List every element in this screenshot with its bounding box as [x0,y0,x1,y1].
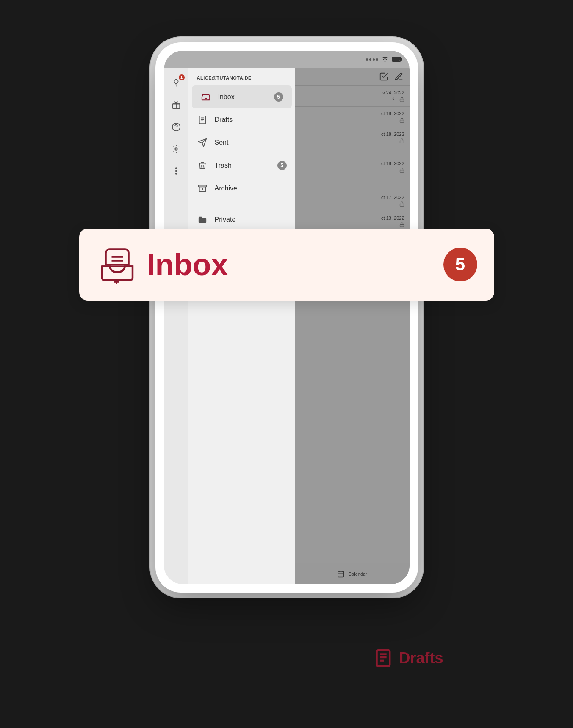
email-row[interactable]: ct 18, 2022 [295,127,410,148]
inbox-badge: 5 [274,92,283,102]
email-content: v 24, 2022 ct 18, 2022 ct 18, 2022 [295,68,410,584]
trash-badge: 5 [277,161,287,170]
email-row-icons [300,138,404,143]
email-row-icons [300,222,404,227]
email-row[interactable]: ct 17, 2022 [295,190,410,211]
sidebar-bottom-nav: 1 [164,68,188,584]
sidebar-item-sent[interactable]: Sent [188,131,295,154]
email-row[interactable]: v 24, 2022 [295,86,410,107]
sidebar-item-private[interactable]: Private [188,208,295,231]
drafts-corner-text: Drafts [399,649,443,667]
sent-icon [197,137,208,148]
settings-icon[interactable] [169,142,183,156]
sidebar-item-trash[interactable]: Trash 5 [188,154,295,177]
account-label: ALICE@TUTANOTA.DE [188,68,295,85]
sidebar-item-drafts[interactable]: Drafts [188,108,295,131]
archive-icon [197,183,208,194]
scene: 1 [117,25,456,703]
svg-point-4 [175,168,177,169]
inbox-label: Inbox [218,93,267,101]
svg-point-6 [175,173,177,174]
tooltip-inbox-label: Inbox [147,247,443,282]
private-label: Private [215,216,287,223]
bulb-icon[interactable]: 1 [169,76,183,90]
svg-point-0 [174,80,178,83]
svg-rect-20 [338,571,344,577]
email-row-icons [300,201,404,207]
signal-dots [366,58,378,61]
check-compose-icon[interactable] [379,72,388,81]
email-date: ct 18, 2022 [300,111,404,116]
svg-rect-16 [400,170,404,173]
bulb-badge: 1 [179,74,185,80]
svg-point-5 [175,171,177,172]
svg-rect-13 [400,99,404,102]
email-row[interactable]: ct 18, 2022 [295,107,410,127]
drafts-label-menu: Drafts [215,116,287,124]
gift-icon[interactable] [169,98,183,112]
phone-screen: 1 [164,51,410,584]
svg-rect-17 [400,204,404,207]
sent-label: Sent [215,139,287,146]
svg-text:+: + [207,98,209,101]
drafts-menu-icon [197,114,208,125]
help-icon[interactable] [169,120,183,134]
content-header [295,68,410,86]
email-row-icons [300,168,404,173]
svg-rect-14 [400,120,404,123]
email-date: ct 13, 2022 [300,215,404,221]
drafts-corner-label: Drafts [373,648,443,669]
email-row-icons [300,118,404,123]
email-row[interactable]: ct 18, 2022 [295,157,410,190]
trash-icon [197,160,208,171]
inbox-icon: + [200,91,211,102]
trash-label: Trash [215,162,271,169]
folder-icon [197,214,208,225]
sidebar-item-inbox[interactable]: + Inbox 5 [192,85,292,108]
inbox-tooltip-banner: + Inbox 5 [79,229,494,301]
sidebar-item-archive[interactable]: Archive [188,177,295,200]
archive-label: Archive [215,185,287,192]
battery-icon [392,57,401,62]
tooltip-badge: 5 [443,248,477,281]
svg-point-3 [175,148,177,150]
sidebar: ALICE@TUTANOTA.DE + Inbox 5 [188,68,295,584]
svg-rect-18 [400,225,404,227]
svg-rect-10 [198,185,206,187]
more-icon[interactable] [169,164,183,178]
svg-text:+: + [113,276,120,284]
calendar-tab[interactable]: Calendar [295,563,410,584]
big-inbox-icon: + [96,243,138,286]
phone-frame: 1 [155,42,418,593]
wifi-icon [382,57,388,62]
compose-icon[interactable] [394,72,404,81]
email-row-icons [300,97,404,102]
calendar-label: Calendar [348,571,367,576]
drafts-corner-icon [373,648,394,669]
email-date: ct 18, 2022 [300,161,404,166]
svg-rect-15 [400,141,404,143]
email-date: v 24, 2022 [300,90,404,95]
email-date: ct 18, 2022 [300,132,404,137]
status-bar [164,51,410,68]
email-date: ct 17, 2022 [300,195,404,200]
